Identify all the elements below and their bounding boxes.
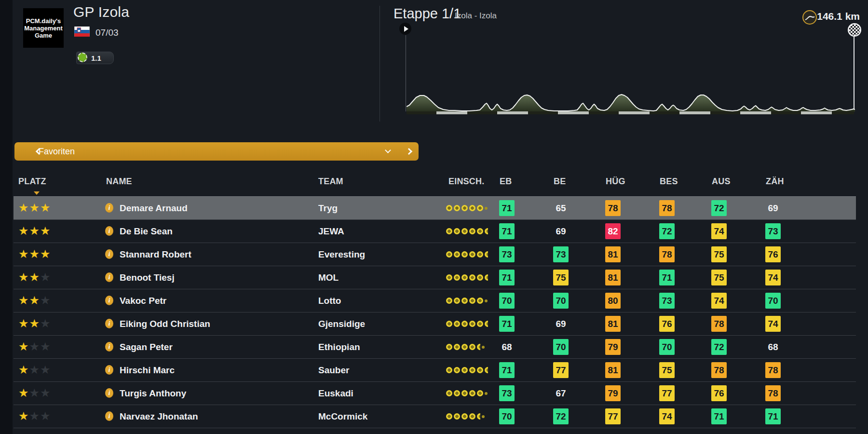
dropdown-chevron-icon[interactable] — [385, 147, 391, 153]
star-icon-active: ★ — [18, 386, 29, 399]
star-rating: ★★★ — [18, 409, 51, 423]
star-icon-inactive: ★ — [40, 340, 51, 353]
einsch-dot-icon — [454, 274, 460, 281]
stat-value: 72 — [659, 223, 675, 239]
table-row[interactable]: ★★★ i Narvaez Jhonatan McCormick 7072777… — [14, 405, 856, 428]
info-icon[interactable]: i — [105, 272, 113, 282]
sort-arrow-icon — [34, 191, 40, 195]
einsch-rating — [446, 382, 488, 405]
header-team[interactable]: TEAM — [318, 176, 343, 187]
star-icon-inactive: ★ — [40, 271, 51, 284]
race-logo: PCM.daily's Management Game — [23, 8, 64, 48]
table-row[interactable]: ★★★ i De Bie Sean JEWA 716982727473 — [14, 220, 856, 243]
einsch-dot-icon — [469, 390, 475, 396]
einsch-dot-icon — [446, 298, 452, 304]
stat-value: 73 — [499, 385, 515, 401]
stat-value: 65 — [553, 200, 569, 216]
stat-value: 74 — [659, 408, 675, 424]
category-badge: 1.1 — [76, 52, 114, 64]
star-rating: ★★★ — [18, 224, 51, 238]
info-icon[interactable]: i — [105, 296, 113, 305]
einsch-dot-icon — [477, 251, 483, 258]
stat-value: 71 — [499, 223, 515, 239]
rider-name: Sagan Peter — [120, 342, 173, 353]
stat-value: 70 — [499, 408, 515, 424]
stat-value: 70 — [553, 293, 569, 309]
star-rating: ★★★ — [18, 317, 51, 330]
star-icon-active: ★ — [29, 294, 41, 307]
info-icon[interactable]: i — [105, 226, 113, 236]
einsch-dot-icon — [454, 390, 460, 396]
stat-value: 81 — [605, 362, 621, 378]
table-row[interactable]: ★★★ i Stannard Robert Everesting 7373817… — [14, 243, 856, 266]
header-hug[interactable]: HÜG — [606, 176, 625, 187]
table-row[interactable]: ★★★ i Eiking Odd Christian Gjensidige 71… — [14, 312, 856, 336]
einsch-rating — [446, 405, 485, 428]
einsch-dot-icon — [446, 321, 452, 327]
einsch-dot-icon — [454, 251, 460, 258]
stat-value: 73 — [765, 223, 781, 239]
stat-value: 81 — [605, 270, 621, 285]
star-icon-active: ★ — [18, 224, 29, 237]
team-name: Gjensidige — [318, 319, 365, 329]
info-icon[interactable]: i — [105, 388, 113, 398]
header-zah[interactable]: ZÄH — [766, 176, 784, 187]
info-icon[interactable]: i — [105, 203, 113, 213]
next-chevron-icon[interactable] — [406, 148, 412, 155]
einsch-dot-icon — [461, 321, 468, 327]
info-icon[interactable]: i — [105, 342, 113, 352]
table-row[interactable]: ★★★ i Sagan Peter Ethiopian 687079707268 — [14, 336, 856, 359]
einsch-dot-icon — [461, 274, 468, 281]
stat-value: 70 — [765, 293, 781, 309]
stat-value: 75 — [553, 270, 569, 285]
table-row[interactable]: ★★★ i Hirschi Marc Sauber 717781757878 — [14, 359, 856, 382]
info-icon[interactable]: i — [105, 319, 113, 328]
header-name[interactable]: NAME — [106, 176, 132, 187]
panel-divider — [380, 6, 380, 122]
logo-line: Game — [35, 32, 52, 39]
header-platz[interactable]: PLATZ — [18, 176, 46, 187]
einsch-dot-icon — [461, 413, 468, 420]
info-icon[interactable]: i — [105, 249, 113, 259]
stat-value: 79 — [605, 385, 621, 401]
header-eb[interactable]: EB — [500, 176, 512, 187]
einsch-dot-icon — [461, 251, 468, 258]
info-icon[interactable]: i — [105, 411, 113, 421]
table-row[interactable]: ★★★ i Turgis Anthony Euskadi 73677977767… — [14, 382, 856, 405]
header-aus[interactable]: AUS — [712, 176, 731, 187]
einsch-half-dot-icon — [485, 274, 488, 281]
favorites-label: Favoriten — [39, 147, 75, 157]
einsch-dot-icon — [469, 321, 475, 327]
stat-value: 76 — [659, 316, 675, 332]
einsch-rating — [446, 266, 488, 289]
header-be[interactable]: BE — [554, 176, 566, 187]
star-rating: ★★★ — [18, 386, 51, 400]
star-icon-active: ★ — [29, 201, 41, 214]
einsch-rating — [446, 197, 488, 219]
star-icon-active: ★ — [18, 201, 29, 214]
stat-value: 71 — [711, 408, 727, 424]
stat-value: 81 — [605, 246, 621, 262]
einsch-dot-icon — [469, 413, 475, 420]
table-row[interactable]: ★★★ i Vakoc Petr Lotto 707080737470 — [14, 289, 856, 312]
table-row[interactable]: ★★★ i Benoot Tiesj MOL 717581717574 — [14, 266, 856, 289]
table-row[interactable]: ★★★ i Demare Arnaud Tryg 716578787269 — [14, 196, 856, 220]
stat-value: 73 — [499, 246, 515, 262]
info-icon[interactable]: i — [105, 365, 113, 375]
rider-name: Turgis Anthony — [120, 388, 186, 399]
play-button[interactable] — [399, 23, 411, 35]
race-date: 07/03 — [95, 27, 119, 38]
favorites-bar[interactable]: Favoriten — [14, 142, 419, 161]
slovenia-flag-icon — [74, 27, 90, 37]
finish-flag-icon — [847, 23, 862, 37]
einsch-dot-icon — [469, 228, 475, 234]
star-rating: ★★★ — [18, 271, 51, 284]
stat-value: 81 — [605, 316, 621, 332]
stat-value: 78 — [659, 246, 675, 262]
header-einsch[interactable]: EINSCH. — [448, 176, 484, 187]
einsch-dot-icon — [477, 321, 483, 327]
header-bes[interactable]: BES — [660, 176, 678, 187]
star-icon-inactive: ★ — [40, 317, 51, 330]
stat-value: 72 — [553, 408, 569, 424]
einsch-dot-icon — [469, 251, 475, 258]
